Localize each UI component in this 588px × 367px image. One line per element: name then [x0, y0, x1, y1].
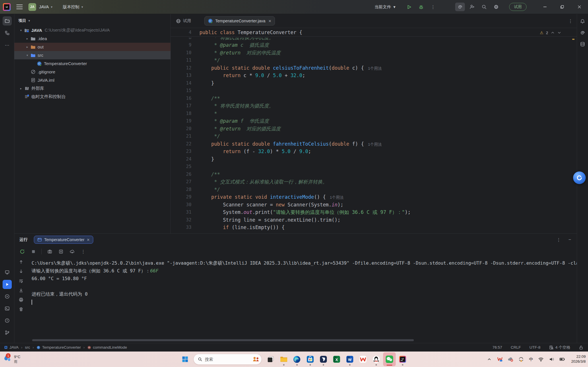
line-number[interactable]: 23	[171, 148, 199, 155]
debug-button[interactable]	[416, 3, 426, 11]
chevron-collapsed-icon[interactable]: ▸	[18, 87, 24, 90]
file-encoding[interactable]: UTF-8	[529, 345, 540, 350]
more-actions-kebab[interactable]: ⋮	[428, 3, 438, 11]
tree-item-外部库[interactable]: ▸外部库	[14, 84, 170, 93]
line-number[interactable]: 12	[171, 64, 199, 72]
project-selector[interactable]: JAVA▾	[39, 5, 53, 9]
ai-assistant-icon[interactable]	[455, 3, 465, 11]
rerun-button[interactable]	[19, 248, 25, 255]
close-button[interactable]	[571, 0, 588, 14]
line-number[interactable]: 22	[171, 140, 199, 148]
restore-layout-icon[interactable]	[58, 248, 64, 255]
database-stripe-icon[interactable]	[578, 40, 587, 48]
line-number[interactable]: 26	[171, 171, 199, 178]
editor-tab-temperatureconverter[interactable]: C TemperatureConverter.java ✕	[204, 16, 275, 26]
taskbar-app-qq[interactable]	[370, 352, 383, 366]
tree-item-temperatureconverter[interactable]: CTemperatureConverter	[14, 59, 170, 68]
line-number[interactable]: 32	[171, 216, 199, 224]
structure-stripe-icon[interactable]	[3, 28, 12, 38]
project-panel-header[interactable]: 项目▾	[14, 16, 170, 26]
run-tab-temperatureconverter[interactable]: TemperatureConverter ✕	[34, 236, 93, 244]
services-stripe-icon[interactable]	[3, 292, 12, 301]
line-number[interactable]: 16	[171, 95, 199, 102]
line-number[interactable]: 21	[171, 132, 199, 140]
battery-icon[interactable]	[559, 356, 565, 362]
taskbar-app-excel[interactable]: X	[330, 352, 343, 366]
wps-cloud-tray-icon[interactable]	[497, 356, 503, 362]
taskbar-search-box[interactable]: 搜索	[193, 354, 262, 365]
sync-tray-icon[interactable]	[518, 356, 524, 362]
line-number[interactable]: 31	[171, 208, 199, 216]
maximize-button[interactable]	[554, 0, 571, 14]
line-number[interactable]: 15	[171, 87, 199, 95]
line-number[interactable]: 8	[171, 38, 199, 41]
build-stripe-icon[interactable]	[3, 268, 12, 277]
line-number[interactable]: 25	[171, 163, 199, 171]
close-run-tab-icon[interactable]: ✕	[87, 238, 90, 242]
ime-indicator[interactable]: 中	[529, 357, 533, 362]
line-number[interactable]: 9	[171, 41, 199, 49]
breadcrumb-temperatureconverter[interactable]: CTemperatureConverter	[36, 345, 81, 350]
taskbar-weather-widget[interactable]: 1 9°C 雨	[3, 352, 20, 367]
tree-item-out[interactable]: ▸out	[14, 43, 170, 51]
next-warning-icon[interactable]	[557, 31, 561, 35]
next-occurrence-icon[interactable]	[18, 268, 24, 274]
taskbar-clock[interactable]: 22:09 2026/3/8	[571, 354, 586, 364]
search-everywhere-icon[interactable]	[479, 3, 489, 11]
taskbar-app-task-view[interactable]	[264, 352, 277, 366]
line-separator[interactable]: CRLF	[511, 345, 521, 350]
taskbar-app-edge[interactable]	[291, 352, 303, 366]
hide-panel-icon[interactable]: −	[568, 237, 571, 242]
code-editor[interactable]: 8 * 将摄氏度转换为华氏度。9 * @param c 摄氏温度10 * @re…	[171, 37, 577, 233]
run-panel-options-kebab[interactable]: ⋮	[556, 237, 561, 243]
tray-chevron-up-icon[interactable]	[486, 356, 492, 362]
code-with-me-icon[interactable]	[467, 3, 477, 11]
ai-assistant-stripe-icon[interactable]	[578, 28, 587, 37]
tree-item-临时文件和控制台[interactable]: 临时文件和控制台	[14, 93, 170, 101]
line-number[interactable]: 11	[171, 56, 199, 64]
line-number[interactable]: 27	[171, 178, 199, 186]
vcs-selector[interactable]: 版本控制▾	[63, 4, 83, 10]
run-stripe-icon[interactable]	[3, 280, 12, 289]
line-number[interactable]: 24	[171, 155, 199, 163]
stop-button[interactable]	[30, 248, 36, 255]
minimize-button[interactable]	[536, 0, 554, 14]
settings-gear-icon[interactable]	[491, 3, 501, 11]
clear-console-icon[interactable]	[18, 306, 24, 312]
breadcrumb-commandlinemode[interactable]: mcommandLineMode	[87, 345, 127, 350]
chevron-expanded-icon[interactable]: ▾	[18, 29, 24, 32]
speaker-icon[interactable]	[549, 356, 554, 362]
indent-setting[interactable]: 4 个空格	[549, 345, 570, 350]
readonly-lock-icon[interactable]	[579, 345, 583, 350]
print-icon[interactable]	[18, 297, 24, 302]
chevron-collapsed-icon[interactable]: ▸	[24, 45, 30, 48]
problems-stripe-icon[interactable]	[3, 316, 12, 325]
project-stripe-icon[interactable]	[3, 16, 12, 26]
cloud-error-tray-icon[interactable]	[508, 356, 513, 362]
line-number[interactable]: 29	[171, 193, 199, 201]
run-configuration-selector[interactable]: 当前文件▾	[374, 4, 395, 10]
notifications-bell-icon[interactable]	[578, 17, 587, 26]
more-tool-windows-icon[interactable]: ⋯	[3, 40, 12, 50]
taskbar-app-shield-app[interactable]	[317, 352, 330, 366]
horizontal-scrollbar[interactable]	[32, 339, 414, 341]
line-number[interactable]: 20	[171, 125, 199, 133]
run-button[interactable]	[404, 3, 414, 11]
wifi-icon[interactable]	[538, 356, 544, 362]
line-number[interactable]: 30	[171, 201, 199, 209]
taskbar-app-wps[interactable]	[357, 352, 369, 366]
taskbar-app-file-explorer[interactable]	[277, 352, 290, 366]
tree-item-java[interactable]: ▾JAVAC:\Users\朱彦硕\IdeaProjects\JAVA	[14, 26, 170, 34]
close-tab-icon[interactable]: ✕	[268, 19, 271, 23]
line-number[interactable]: 14	[171, 79, 199, 87]
line-number[interactable]: 19	[171, 117, 199, 125]
taskbar-app-wechat[interactable]	[383, 352, 396, 366]
editor-options-kebab[interactable]: ⋮	[568, 18, 573, 24]
tree-item-java.iml[interactable]: JAVA.iml	[14, 76, 170, 84]
console-options-kebab[interactable]: ⋮	[80, 248, 86, 255]
tree-item-src[interactable]: ▾src	[14, 51, 170, 59]
line-number[interactable]: 18	[171, 110, 199, 118]
project-avatar[interactable]: JA	[28, 3, 36, 11]
taskbar-app-word[interactable]: W	[344, 352, 356, 366]
breadcrumb-src[interactable]: src	[25, 345, 30, 350]
